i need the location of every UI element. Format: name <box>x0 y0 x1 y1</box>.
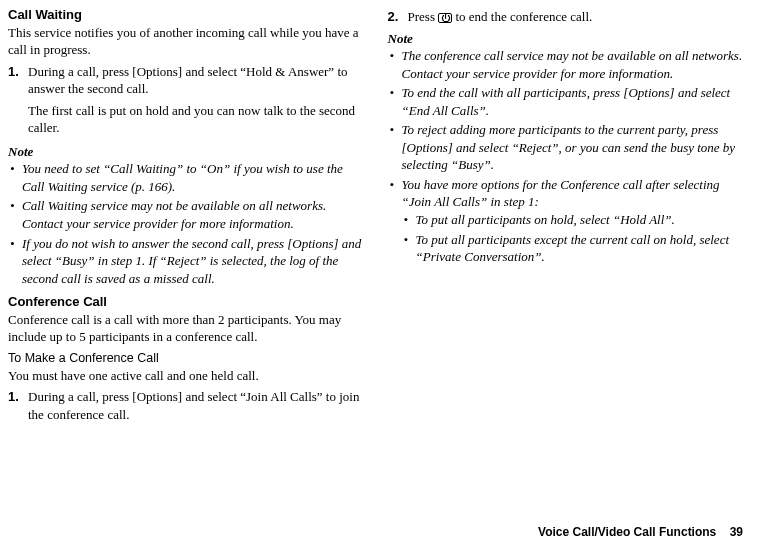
subnote-item: To put all participants except the curre… <box>402 231 744 266</box>
note-item: The conference call service may not be a… <box>388 47 744 82</box>
note-heading: Note <box>8 143 364 161</box>
note-item: Call Waiting service may not be availabl… <box>8 197 364 232</box>
note-item: If you do not wish to answer the second … <box>8 235 364 288</box>
call-waiting-step-1: 1. During a call, press [Options] and se… <box>8 63 364 98</box>
note-item: You need to set “Call Waiting” to “On” i… <box>8 160 364 195</box>
conference-notes: The conference call service may not be a… <box>388 47 744 266</box>
conference-steps-cont: 2. Press ⏻ to end the conference call. <box>388 8 744 26</box>
subheading-make-conference: To Make a Conference Call <box>8 350 364 367</box>
note-item: To reject adding more participants to th… <box>388 121 744 174</box>
heading-conference-call: Conference Call <box>8 293 364 311</box>
call-waiting-notes: You need to set “Call Waiting” to “On” i… <box>8 160 364 287</box>
heading-call-waiting: Call Waiting <box>8 6 364 24</box>
footer-page-number: 39 <box>730 525 743 539</box>
step-text-post: to end the conference call. <box>452 9 592 24</box>
step-number: 1. <box>8 388 19 406</box>
step-text-pre: Press <box>408 9 439 24</box>
step-number: 2. <box>388 8 399 26</box>
conference-steps: 1. During a call, press [Options] and se… <box>8 388 364 423</box>
conference-step-1: 1. During a call, press [Options] and se… <box>8 388 364 423</box>
step-text: During a call, press [Options] and selec… <box>28 389 359 422</box>
conference-step-2: 2. Press ⏻ to end the conference call. <box>388 8 744 26</box>
subnote-item: To put all participants on hold, select … <box>402 211 744 229</box>
footer-section: Voice Call/Video Call Functions <box>538 525 716 539</box>
call-waiting-intro: This service notifies you of another inc… <box>8 24 364 59</box>
note-item: You have more options for the Conference… <box>388 176 744 266</box>
note-item: To end the call with all participants, p… <box>388 84 744 119</box>
conference-call-intro: Conference call is a call with more than… <box>8 311 364 346</box>
left-column: Call Waiting This service notifies you o… <box>8 6 364 518</box>
note-item-text: You have more options for the Conference… <box>402 177 720 210</box>
right-column: 2. Press ⏻ to end the conference call. N… <box>388 6 744 518</box>
call-waiting-step-1-result: The first call is put on hold and you ca… <box>28 102 364 137</box>
note-heading: Note <box>388 30 744 48</box>
call-waiting-steps: 1. During a call, press [Options] and se… <box>8 63 364 98</box>
page-footer: Voice Call/Video Call Functions 39 <box>8 518 743 540</box>
step-text: During a call, press [Options] and selec… <box>28 64 348 97</box>
conference-subnotes: To put all participants on hold, select … <box>402 211 744 266</box>
make-conference-intro: You must have one active call and one he… <box>8 367 364 385</box>
end-key-icon: ⏻ <box>438 13 452 23</box>
step-number: 1. <box>8 63 19 81</box>
